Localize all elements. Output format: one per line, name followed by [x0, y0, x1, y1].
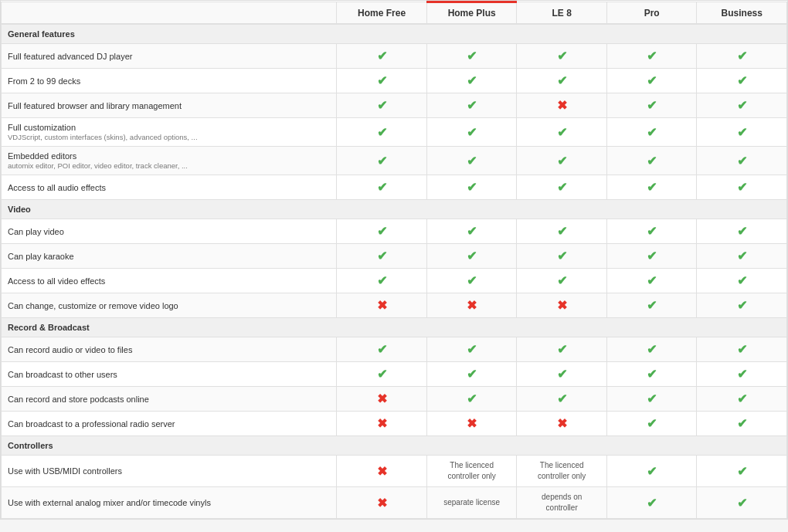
check-icon: ✔ [557, 154, 567, 168]
check-icon: ✔ [377, 274, 387, 287]
table-row: Use with USB/MIDI controllers ✖ The lice… [2, 456, 787, 487]
cross-icon: ✖ [377, 299, 387, 312]
feature-cell: Can play karaoke [2, 244, 337, 269]
cross-icon: ✖ [377, 392, 387, 405]
check-icon: ✔ [737, 99, 747, 112]
home-free-cell: ✔ [337, 69, 427, 93]
feature-name: Access to all video effects [8, 276, 330, 286]
feature-name: Embedded editors [8, 151, 330, 161]
home-plus-cell: ✔ [426, 269, 517, 293]
check-icon: ✔ [557, 368, 567, 381]
business-cell: ✔ [697, 44, 787, 69]
check-icon: ✔ [467, 392, 477, 405]
table-row: Use with external analog mixer and/or ti… [2, 487, 787, 519]
check-icon: ✔ [737, 126, 747, 139]
business-cell: ✔ [697, 118, 787, 147]
pro-header: Pro [606, 2, 697, 25]
cross-icon: ✖ [557, 417, 567, 430]
feature-cell: From 2 to 99 decks [2, 69, 337, 93]
pro-cell: ✔ [606, 487, 697, 519]
home-plus-cell: ✖ [426, 293, 517, 318]
feature-name: Full featured browser and library manage… [8, 101, 330, 110]
check-icon: ✔ [647, 249, 657, 263]
cell-text: depends oncontroller [542, 493, 582, 512]
table-row: Can record and store podcasts online ✖ ✔… [2, 387, 787, 412]
le8-cell: ✔ [517, 175, 607, 200]
pro-cell: ✔ [606, 118, 697, 147]
business-label: Business [722, 8, 763, 19]
le8-label: LE 8 [552, 8, 572, 19]
check-icon: ✔ [467, 49, 477, 63]
check-icon: ✔ [377, 49, 387, 63]
check-icon: ✔ [647, 74, 657, 87]
check-icon: ✔ [647, 368, 657, 381]
home-plus-label: Home Plus [448, 8, 496, 19]
feature-name: Can record audio or video to files [8, 345, 330, 354]
feature-name: Can record and store podcasts online [8, 395, 330, 404]
check-icon: ✔ [467, 99, 477, 112]
business-cell: ✔ [697, 269, 787, 293]
le8-cell: ✔ [517, 244, 607, 269]
feature-name: Can play karaoke [8, 252, 330, 261]
pro-cell: ✔ [606, 293, 697, 318]
home-plus-cell: ✔ [426, 175, 517, 200]
pro-cell: ✔ [606, 456, 697, 487]
business-cell: ✔ [697, 362, 787, 387]
check-icon: ✔ [557, 274, 567, 287]
le8-cell: ✔ [517, 362, 607, 387]
feature-sub: VDJScript, custom interfaces (skins), ad… [8, 133, 198, 141]
feature-sub: automix editor, POI editor, video editor… [8, 161, 188, 170]
home-plus-cell: ✔ [426, 244, 517, 269]
home-free-cell: ✔ [337, 362, 427, 387]
section-header-0: General features [2, 24, 787, 44]
section-title: General features [2, 24, 787, 44]
business-cell: ✔ [697, 69, 787, 93]
table-row: From 2 to 99 decks ✔ ✔ ✔ ✔ ✔ [2, 69, 787, 93]
feature-name: Can broadcast to a professional radio se… [8, 419, 330, 429]
business-cell: ✔ [697, 93, 787, 118]
check-icon: ✔ [737, 392, 747, 405]
cell-text: The licencedcontroller only [448, 461, 496, 480]
home-free-cell: ✖ [337, 293, 427, 318]
home-free-cell: ✔ [337, 269, 427, 293]
feature-name: From 2 to 99 decks [8, 76, 330, 86]
check-icon: ✔ [647, 392, 657, 405]
le8-cell: depends oncontroller [517, 487, 607, 519]
business-header: Business [697, 2, 787, 25]
cross-icon: ✖ [377, 465, 387, 478]
check-icon: ✔ [557, 249, 567, 263]
check-icon: ✔ [557, 74, 567, 87]
feature-cell: Can record and store podcasts online [2, 387, 337, 412]
home-free-cell: ✔ [337, 44, 427, 69]
check-icon: ✔ [647, 126, 657, 139]
home-free-label: Home Free [358, 8, 406, 19]
feature-cell: Can change, customize or remove video lo… [2, 293, 337, 318]
table-row: Access to all video effects ✔ ✔ ✔ ✔ ✔ [2, 269, 787, 293]
check-icon: ✔ [647, 99, 657, 112]
pro-cell: ✔ [606, 147, 697, 175]
cross-icon: ✖ [557, 99, 567, 112]
home-free-cell: ✖ [337, 387, 427, 412]
le8-cell: ✔ [517, 44, 607, 69]
section-header-1: Video [2, 200, 787, 219]
check-icon: ✔ [377, 249, 387, 263]
pro-cell: ✔ [606, 244, 697, 269]
table-row: Access to all audio effects ✔ ✔ ✔ ✔ ✔ [2, 175, 787, 200]
home-free-cell: ✔ [337, 118, 427, 147]
feature-column-header [2, 2, 337, 25]
table-row: Full customizationVDJScript, custom inte… [2, 118, 787, 147]
pro-cell: ✔ [606, 93, 697, 118]
check-icon: ✔ [377, 181, 387, 194]
cross-icon: ✖ [557, 299, 567, 312]
check-icon: ✔ [647, 49, 657, 63]
check-icon: ✔ [467, 126, 477, 139]
check-icon: ✔ [737, 496, 747, 510]
home-plus-cell: ✔ [426, 147, 517, 175]
check-icon: ✔ [737, 274, 747, 287]
home-free-header: Home Free [337, 2, 427, 25]
home-free-cell: ✖ [337, 487, 427, 519]
section-title: Video [2, 200, 787, 219]
home-plus-cell: ✖ [426, 412, 517, 436]
table-row: Can broadcast to other users ✔ ✔ ✔ ✔ ✔ [2, 362, 787, 387]
home-free-cell: ✔ [337, 337, 427, 362]
